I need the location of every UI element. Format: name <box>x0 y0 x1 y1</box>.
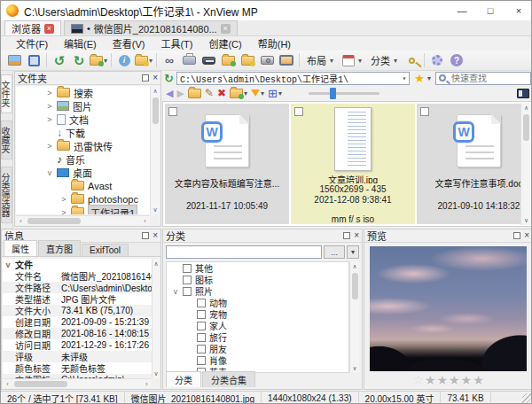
back-button[interactable]: ◀ <box>166 87 173 100</box>
menu-view[interactable]: 查看(V) <box>105 36 153 50</box>
file-cell[interactable]: W 文章写作注意事项.doc 2021-09-10 14:18:32 <box>417 104 532 224</box>
scrollbar-thumb[interactable] <box>14 381 67 387</box>
folder-item[interactable]: Avast <box>16 179 150 192</box>
menu-create[interactable]: 创建(C) <box>200 36 249 50</box>
category-checkbox[interactable] <box>197 356 206 365</box>
star-icon[interactable]: ☆ <box>412 373 424 387</box>
camera-import-button[interactable] <box>257 51 277 69</box>
close-button[interactable]: × <box>505 1 532 20</box>
folder-item-selected[interactable]: >工作记录1 <box>16 206 150 214</box>
search-input[interactable] <box>450 73 528 84</box>
batch-convert-dropdown[interactable]: ▾ <box>89 51 108 69</box>
menu-edit[interactable]: 编辑(E) <box>56 36 105 50</box>
category-vscrollbar[interactable]: ∧ ∨ <box>349 261 359 373</box>
close-panel-icon[interactable]: × <box>354 231 359 240</box>
print-button[interactable] <box>179 51 199 69</box>
folder-item[interactable]: >图片 <box>16 99 150 113</box>
float-panel-icon[interactable] <box>142 232 149 239</box>
acquire-button[interactable] <box>199 51 218 69</box>
category-dropdown-icon[interactable]: ▾ <box>347 245 359 259</box>
tab-image[interactable]: • 微信图片_2021081614080... × <box>64 20 238 35</box>
category-item[interactable]: 朋友 <box>167 343 348 354</box>
tab-histogram[interactable]: 直方图 <box>38 240 81 256</box>
minimize-button[interactable]: — <box>448 1 476 20</box>
menu-help[interactable]: 帮助(H) <box>250 36 299 50</box>
favorites-dropdown[interactable]: ★ ▾ <box>412 72 433 85</box>
side-tab-folders[interactable]: 文件夹 <box>1 74 12 113</box>
info-vscrollbar[interactable]: ∧ ∨ <box>152 259 160 378</box>
menu-tools[interactable]: 工具(T) <box>153 36 200 50</box>
file-checkbox[interactable] <box>420 107 429 116</box>
category-dropdown[interactable]: 分类▾ <box>366 51 402 69</box>
folder-tree-vscrollbar[interactable]: ∧ ∨ <box>150 86 160 214</box>
new-folder-button[interactable] <box>188 87 201 100</box>
close-panel-icon[interactable]: × <box>153 231 158 240</box>
tab-close-icon[interactable]: × <box>221 24 231 34</box>
star-icon[interactable]: ★ <box>425 373 436 387</box>
rotate-left-button[interactable]: ↺ <box>50 51 69 69</box>
resize-grip[interactable] <box>522 393 532 404</box>
thumbnail-vscrollbar[interactable]: ∧ ∨ <box>520 103 531 225</box>
folder-item[interactable]: ♪音乐 <box>16 152 150 166</box>
tab-exiftool[interactable]: ExifTool <box>82 244 129 256</box>
float-panel-icon[interactable] <box>343 232 350 239</box>
category-checkbox[interactable] <box>197 333 206 342</box>
browse-categories-button[interactable]: ... <box>324 245 345 259</box>
tab-close-icon[interactable]: × <box>44 24 54 34</box>
star-icon[interactable]: ★ <box>449 373 460 387</box>
slideshow-button[interactable] <box>277 51 296 69</box>
category-checkbox[interactable] <box>183 287 192 296</box>
folder-tree-hscrollbar[interactable]: ‹ › <box>16 215 150 225</box>
star-icon[interactable]: ★ <box>473 373 484 387</box>
fullscreen-button[interactable] <box>24 51 43 69</box>
quick-search-box[interactable] <box>435 72 531 85</box>
file-info-button[interactable]: i <box>114 51 134 69</box>
help-button[interactable]: ? <box>447 51 466 69</box>
float-panel-icon[interactable] <box>513 232 520 239</box>
keywords-button[interactable] <box>402 51 421 69</box>
scrollbar-thumb[interactable] <box>27 218 81 224</box>
tab-properties[interactable]: 属性 <box>4 240 37 256</box>
calendar-dropdown[interactable]: ▾ <box>338 51 366 69</box>
star-icon[interactable]: ★ <box>436 373 448 387</box>
filter-dropdown[interactable]: ▾ <box>251 87 264 100</box>
float-panel-icon[interactable] <box>142 74 149 82</box>
file-cell[interactable]: W 文章内容及标题编写注意... 2021-11-17 10:05:49 <box>165 104 289 224</box>
tab-browser[interactable]: 浏览器 × <box>4 20 61 35</box>
category-item[interactable]: 旅行 <box>167 331 348 343</box>
category-checkbox[interactable] <box>197 310 206 319</box>
category-checkbox[interactable] <box>197 299 206 307</box>
rating-stars[interactable]: ☆ ★ ★ ★ ★ ★ <box>364 373 532 387</box>
edit-button[interactable]: ✎ <box>205 87 214 100</box>
category-item[interactable]: 图标 <box>167 274 348 285</box>
combo-arrow-icon[interactable]: ▾ <box>403 74 407 82</box>
view-image-button[interactable] <box>4 51 24 69</box>
category-item[interactable]: 宠物 <box>167 308 348 320</box>
file-checkbox[interactable] <box>168 107 177 116</box>
delete-button[interactable]: ✖ <box>217 87 226 100</box>
label-dropdown[interactable]: ▾ <box>230 87 247 100</box>
folder-item[interactable]: ↓下载 <box>16 126 150 139</box>
category-checkbox[interactable] <box>183 276 192 284</box>
settings-button[interactable] <box>427 51 447 69</box>
category-filter-input[interactable] <box>166 245 322 259</box>
folder-item[interactable]: >搜索 <box>16 86 150 99</box>
category-item[interactable]: 家人 <box>167 320 348 331</box>
search-files-button[interactable]: ∞ <box>160 51 179 69</box>
category-item[interactable]: 肖像 <box>167 354 348 366</box>
side-tab-favorites[interactable]: 收藏夹 <box>1 120 12 159</box>
forward-button[interactable]: ▶ <box>176 87 184 100</box>
view-mode-dropdown[interactable]: ⊞▾ <box>268 87 282 100</box>
copy-to-button[interactable] <box>218 51 238 69</box>
close-panel-icon[interactable]: × <box>524 231 529 240</box>
side-tab-category-filter[interactable]: 分类筛选器 <box>1 167 12 223</box>
open-with-dropdown[interactable]: ▾ <box>134 51 153 69</box>
refresh-icon[interactable]: ↻ <box>164 72 174 85</box>
tab-category-sets[interactable]: 分类合集 <box>202 371 255 387</box>
scrollbar-thumb[interactable] <box>153 97 159 124</box>
folder-item[interactable]: >文档 <box>16 113 150 126</box>
move-to-button[interactable] <box>238 51 257 69</box>
category-checkbox[interactable] <box>197 322 206 330</box>
scrollbar-thumb[interactable] <box>523 114 529 141</box>
folder-item[interactable]: v桌面 <box>16 166 150 179</box>
